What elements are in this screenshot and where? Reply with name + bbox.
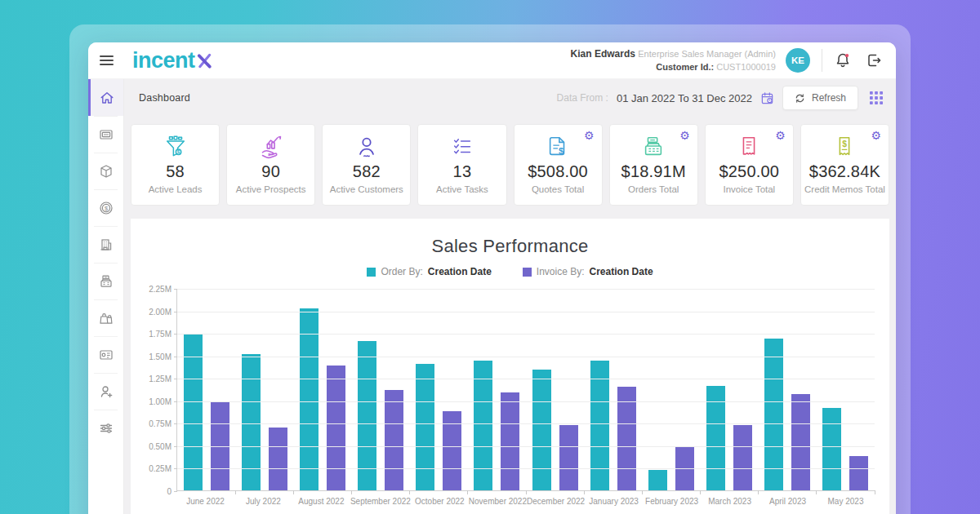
x-axis-label: August 2022: [292, 497, 350, 506]
kpi-card-invoice-total[interactable]: ⚙$250.00Invoice Total: [705, 124, 794, 206]
user-info: Kian Edwards Enterprise Sales Manager (A…: [571, 47, 776, 73]
kpi-card-active-tasks[interactable]: 13Active Tasks: [417, 124, 506, 206]
burger-box: [88, 52, 124, 69]
plot-area: 2.25M2.00M1.75M1.50M1.25M1.00M0.75M0.50M…: [176, 289, 875, 491]
svg-text:$: $: [559, 146, 564, 156]
bar-order-by-june-2022[interactable]: [184, 334, 203, 490]
refresh-icon: [795, 93, 805, 104]
sidebar-item-crm[interactable]: [88, 116, 123, 153]
bar-invoice-by-april-2023[interactable]: [791, 394, 810, 490]
shopping-bags-icon: [98, 310, 114, 326]
calendar-icon[interactable]: [760, 91, 774, 105]
kpi-card-quotes-total[interactable]: ⚙$$508.00Quotes Total: [514, 124, 603, 206]
logout-icon[interactable]: [865, 51, 883, 69]
bar-group-september-2022: [352, 289, 410, 490]
x-axis-label: May 2023: [817, 497, 875, 506]
bar-invoice-by-november-2022[interactable]: [501, 392, 519, 490]
sidebar-item-settings[interactable]: [88, 410, 123, 446]
sidebar-item-home[interactable]: [88, 79, 123, 116]
bar-invoice-by-august-2022[interactable]: [327, 366, 345, 490]
kpi-value: $18.91M: [621, 162, 686, 181]
kpi-label: Credit Memos Total: [804, 184, 885, 196]
bar-group-april-2023: [759, 289, 817, 490]
x-axis-label: July 2022: [234, 497, 292, 506]
hamburger-menu-icon[interactable]: [96, 52, 117, 69]
bar-invoice-by-march-2023[interactable]: [733, 425, 752, 491]
apps-grid-icon[interactable]: [870, 91, 883, 104]
bar-order-by-april-2023[interactable]: [764, 339, 783, 490]
y-axis-tick: [174, 401, 177, 402]
kpi-card-active-leads[interactable]: $58Active Leads: [131, 124, 220, 206]
sidebar-item-company[interactable]: [88, 226, 123, 263]
gridline: [177, 401, 875, 402]
bar-invoice-by-september-2022[interactable]: [385, 390, 403, 490]
kpi-card-credit-memos-total[interactable]: ⚙$$362.84KCredit Memos Total: [800, 124, 889, 206]
bar-group-january-2023: [584, 289, 642, 490]
bar-invoice-by-january-2023[interactable]: [617, 387, 636, 490]
sliders-icon: [98, 420, 114, 436]
sidebar-item-memos[interactable]: [88, 336, 123, 373]
credit-memo-icon: $: [832, 134, 857, 160]
y-axis-tick: [174, 357, 177, 357]
bar-group-july-2022: [235, 289, 293, 490]
sidebar-item-purchases[interactable]: [88, 299, 123, 336]
gear-icon[interactable]: ⚙: [584, 130, 595, 141]
y-axis-label: 1.00M: [149, 397, 172, 405]
legend-item-invoice-by[interactable]: Invoice By:Creation Date: [523, 266, 653, 277]
bar-groups: [177, 289, 875, 490]
gear-icon[interactable]: ⚙: [871, 130, 881, 141]
package-icon: [98, 163, 114, 179]
gridline: [177, 312, 875, 312]
bar-invoice-by-may-2023[interactable]: [849, 456, 868, 490]
legend-item-order-by[interactable]: Order By:Creation Date: [367, 266, 491, 277]
bar-order-by-august-2022[interactable]: [300, 308, 318, 490]
bar-order-by-december-2022[interactable]: [532, 370, 551, 490]
kpi-card-active-customers[interactable]: 582Active Customers: [322, 124, 411, 206]
sidebar-item-products[interactable]: [88, 153, 123, 189]
sidebar-item-pricing[interactable]: $: [88, 189, 123, 226]
gear-icon[interactable]: ⚙: [775, 130, 786, 141]
y-axis-label: 2.00M: [149, 307, 172, 316]
y-axis-label: 1.25M: [149, 374, 172, 383]
avatar[interactable]: KE: [786, 48, 810, 73]
gridline: [177, 357, 875, 357]
bar-order-by-october-2022[interactable]: [416, 364, 434, 490]
sidebar-item-add-user[interactable]: [88, 373, 123, 410]
bar-order-by-november-2022[interactable]: [474, 361, 492, 490]
app-window: incent Kian Edwards Enterprise Sales Man…: [88, 42, 896, 514]
bar-invoice-by-july-2022[interactable]: [269, 428, 287, 490]
refresh-button[interactable]: Refresh: [782, 86, 858, 110]
kpi-card-active-prospects[interactable]: 90Active Prospects: [226, 124, 315, 206]
page-header: Dashboard Data From : 01 Jan 2022 To 31 …: [124, 79, 896, 117]
app-logo[interactable]: incent: [132, 48, 213, 73]
svg-text:$: $: [843, 140, 848, 148]
gridline: [177, 423, 875, 424]
body-row: $ Dashboard Data From : 01 Jan 2022 To 3…: [88, 79, 896, 514]
building-icon: [98, 237, 114, 253]
bar-invoice-by-december-2022[interactable]: [559, 425, 578, 491]
kpi-row: $58Active Leads90Active Prospects582Acti…: [131, 124, 889, 206]
x-axis-label: December 2022: [527, 497, 585, 506]
bar-order-by-february-2023[interactable]: [648, 470, 667, 490]
invoice-icon: [737, 134, 761, 160]
register-icon: [641, 134, 666, 160]
gear-icon[interactable]: ⚙: [679, 130, 690, 141]
y-axis-tick: [174, 379, 177, 379]
gridline: [177, 446, 875, 447]
plot-wrap: 2.25M2.00M1.75M1.50M1.25M1.00M0.75M0.50M…: [131, 289, 875, 506]
bar-order-by-july-2022[interactable]: [242, 354, 261, 491]
user-role: Enterprise Sales Manager (Admin): [638, 49, 776, 59]
gridline: [177, 468, 875, 469]
bar-group-march-2023: [701, 289, 759, 490]
bar-order-by-january-2023[interactable]: [590, 361, 609, 490]
memo-card-icon: [98, 347, 114, 363]
bar-order-by-may-2023[interactable]: [822, 408, 841, 490]
notifications-bell-icon[interactable]: [834, 51, 852, 69]
legend-value: Creation Date: [428, 266, 492, 277]
kpi-card-orders-total[interactable]: ⚙$18.91MOrders Total: [609, 124, 698, 206]
content-area: Dashboard Data From : 01 Jan 2022 To 31 …: [124, 79, 896, 514]
x-axis-label: June 2022: [176, 497, 234, 506]
sidebar-item-orders[interactable]: [88, 263, 123, 299]
user-name: Kian Edwards: [571, 48, 635, 60]
quote-doc-icon: $: [546, 134, 570, 160]
